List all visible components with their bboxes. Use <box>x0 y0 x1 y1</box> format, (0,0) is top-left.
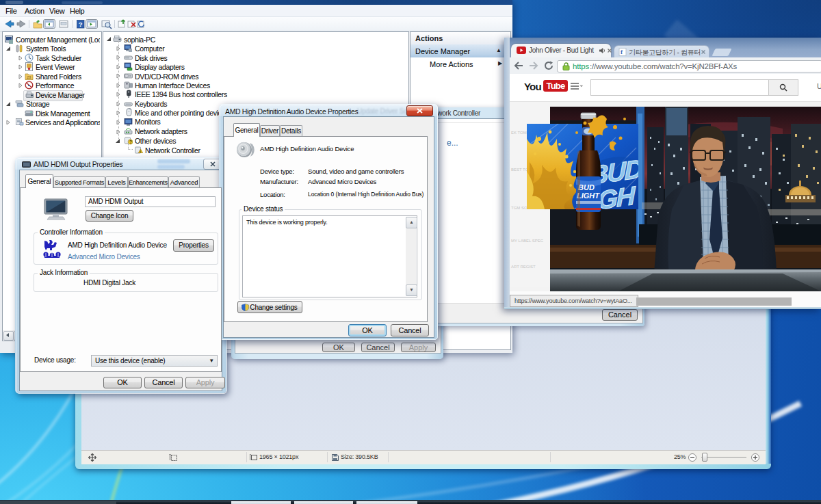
svg-text:?: ? <box>129 140 132 144</box>
svg-text:23: 23 <box>27 75 31 79</box>
svg-text:LIGHT: LIGHT <box>577 191 600 200</box>
svg-text:BUD: BUD <box>578 183 595 191</box>
